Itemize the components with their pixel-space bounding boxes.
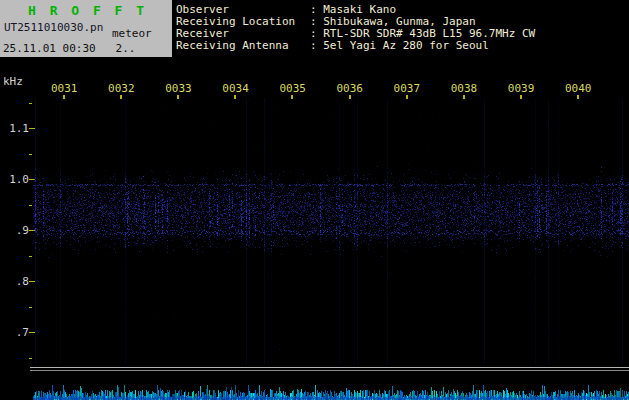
freq-tick — [29, 358, 32, 359]
freq-tick — [29, 205, 32, 206]
time-tick-label: 0040 — [565, 82, 592, 95]
app-title: H R O F F T — [28, 3, 147, 18]
info-value: 5el Yagi Az 280 for Seoul — [323, 39, 489, 52]
freq-tick — [29, 103, 32, 104]
spectrogram-canvas — [33, 98, 629, 400]
freq-tick-label: .9 — [1, 224, 29, 237]
freq-tick — [29, 307, 32, 308]
time-tick-label: 0039 — [508, 82, 535, 95]
time-tick-label: 0036 — [337, 82, 364, 95]
station-info-panel: Observer: Masaki Kano Receiving Location… — [176, 4, 535, 52]
time-tick-label: 0038 — [451, 82, 478, 95]
separator-line-lower — [30, 370, 629, 371]
observation-mode-label: meteor — [112, 27, 152, 40]
datetime-label: 25.11.01 00:30 2.. — [3, 42, 135, 55]
info-row-antenna: Receiving Antenna: 5el Yagi Az 280 for S… — [176, 40, 535, 52]
info-label: Receiving Antenna — [176, 40, 310, 52]
freq-tick-label: .7 — [1, 326, 29, 339]
freq-tick-label: 1.0 — [1, 173, 29, 186]
time-tick-label: 0034 — [222, 82, 249, 95]
freq-tick-label: .8 — [1, 275, 29, 288]
time-tick-label: 0031 — [51, 82, 78, 95]
header-left-panel: H R O F F T UT2511010030.pn meteor 25.11… — [0, 0, 172, 57]
freq-tick-label: 1.1 — [1, 122, 29, 135]
separator-line-upper — [30, 367, 629, 368]
time-tick-label: 0037 — [394, 82, 421, 95]
time-tick-label: 0032 — [108, 82, 135, 95]
output-filename: UT2511010030.pn — [4, 21, 103, 34]
time-tick-label: 0035 — [279, 82, 306, 95]
freq-tick — [29, 256, 32, 257]
hrofft-window: H R O F F T UT2511010030.pn meteor 25.11… — [0, 0, 629, 400]
time-tick-label: 0033 — [165, 82, 192, 95]
y-axis-unit-label: kHz — [3, 75, 23, 88]
freq-tick — [29, 154, 32, 155]
